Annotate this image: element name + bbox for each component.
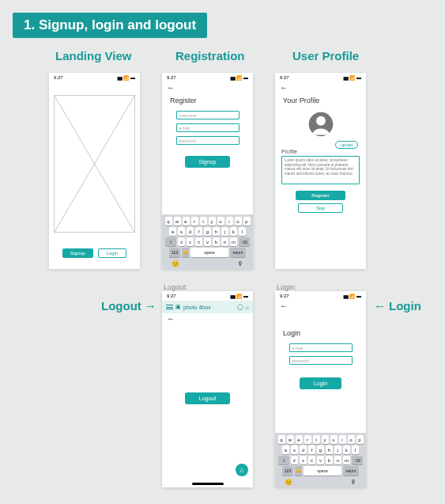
key-z[interactable]: z xyxy=(178,237,185,246)
key-z[interactable]: z xyxy=(291,456,298,464)
key-v[interactable]: v xyxy=(317,456,324,464)
key-k[interactable]: k xyxy=(343,445,350,454)
mic-icon[interactable]: 🎙 xyxy=(237,260,243,267)
signup-submit-button[interactable]: Signup xyxy=(185,156,231,168)
key-t[interactable]: t xyxy=(200,217,207,225)
key-i[interactable]: i xyxy=(226,217,233,225)
login-submit-button[interactable]: Login xyxy=(300,377,341,389)
key-emoji[interactable]: 😊 xyxy=(295,466,302,476)
key-c[interactable]: c xyxy=(308,456,315,464)
login-email-field[interactable]: e-mail xyxy=(289,343,353,352)
emoji-icon[interactable]: 😊 xyxy=(285,479,292,486)
back-arrow-icon[interactable]: ← xyxy=(275,301,366,310)
key-r[interactable]: r xyxy=(191,217,198,225)
key-x[interactable]: x xyxy=(300,456,307,464)
key-d[interactable]: d xyxy=(300,445,307,454)
status-time: 9:27 xyxy=(54,75,63,80)
key-l[interactable]: l xyxy=(352,445,359,454)
username-field[interactable]: username xyxy=(176,111,239,119)
key-t[interactable]: t xyxy=(313,435,320,444)
back-arrow-icon[interactable]: ← xyxy=(162,82,253,92)
key-n[interactable]: n xyxy=(334,456,341,464)
key-o[interactable]: o xyxy=(348,435,355,444)
key-o[interactable]: o xyxy=(235,217,242,225)
key-e[interactable]: e xyxy=(183,217,190,225)
key-g[interactable]: g xyxy=(317,445,324,454)
key-j[interactable]: j xyxy=(221,227,228,236)
login-label-text: Login xyxy=(389,299,421,313)
key-w[interactable]: w xyxy=(287,435,294,444)
key-c[interactable]: c xyxy=(195,237,202,246)
key-u[interactable]: u xyxy=(330,435,338,444)
search-icon[interactable]: ⌕ xyxy=(246,305,249,310)
key-h[interactable]: h xyxy=(213,227,220,236)
emoji-icon[interactable]: 😊 xyxy=(172,260,179,267)
key-p[interactable]: p xyxy=(243,217,251,225)
login-password-field[interactable]: password xyxy=(289,356,353,365)
key-y[interactable]: y xyxy=(322,435,329,444)
back-arrow-icon[interactable]: ← xyxy=(275,82,366,92)
key-a[interactable]: a xyxy=(282,445,289,454)
status-bar: 9:27 ▮▮▮ 📶 ▬ xyxy=(49,73,140,82)
soft-keyboard[interactable]: qwertyuiop asdfghjkl ⇧zxcvbnm⌫ 123 😊 spa… xyxy=(162,214,253,269)
key-n[interactable]: n xyxy=(221,237,228,246)
key-a[interactable]: a xyxy=(169,227,176,236)
key-i[interactable]: i xyxy=(339,435,346,444)
key-v[interactable]: v xyxy=(204,237,211,246)
key-return[interactable]: return xyxy=(230,248,246,257)
key-g[interactable]: g xyxy=(204,227,211,236)
key-return[interactable]: return xyxy=(343,466,359,476)
signup-button[interactable]: Signup xyxy=(62,248,93,258)
key-y[interactable]: y xyxy=(209,217,216,225)
key-q[interactable]: q xyxy=(165,217,172,225)
key-u[interactable]: u xyxy=(217,217,224,225)
email-field[interactable]: e-mail xyxy=(176,123,239,132)
hamburger-icon[interactable] xyxy=(166,304,173,311)
login-button[interactable]: Login xyxy=(98,248,127,258)
battery-icon: ▬ xyxy=(130,75,135,80)
key-space[interactable]: space xyxy=(304,466,341,476)
key-d[interactable]: d xyxy=(187,227,194,236)
home-fab[interactable]: ⌂ xyxy=(236,464,248,476)
key-s[interactable]: s xyxy=(291,445,298,454)
key-x[interactable]: x xyxy=(187,237,194,246)
logout-button[interactable]: Logout xyxy=(185,392,230,404)
register-button[interactable]: Register xyxy=(296,191,345,200)
key-123[interactable]: 123 xyxy=(169,248,180,257)
signal-icon: ▮▮▮ xyxy=(230,294,235,299)
skip-button[interactable]: Skip xyxy=(298,203,344,213)
key-e[interactable]: e xyxy=(296,435,303,444)
back-arrow-icon[interactable]: ← xyxy=(162,313,253,323)
key-p[interactable]: p xyxy=(356,435,364,444)
key-s[interactable]: s xyxy=(178,227,185,236)
key-f[interactable]: f xyxy=(308,445,315,454)
key-123[interactable]: 123 xyxy=(282,466,293,476)
key-shift[interactable]: ⇧ xyxy=(278,456,289,464)
key-backspace[interactable]: ⌫ xyxy=(239,237,250,246)
key-shift[interactable]: ⇧ xyxy=(165,237,176,246)
avatar-icon[interactable]: ◯ xyxy=(237,304,243,310)
mic-icon[interactable]: 🎙 xyxy=(350,479,356,486)
wifi-icon: 📶 xyxy=(349,75,355,81)
profile-textarea[interactable]: Lorem ipsum dolor sit amet, consectetur … xyxy=(281,156,360,184)
key-h[interactable]: h xyxy=(326,445,333,454)
key-r[interactable]: r xyxy=(304,435,311,444)
key-q[interactable]: q xyxy=(278,435,285,444)
key-emoji[interactable]: 😊 xyxy=(182,248,189,257)
key-j[interactable]: j xyxy=(334,445,341,454)
key-f[interactable]: f xyxy=(195,227,202,236)
key-m[interactable]: m xyxy=(343,456,350,464)
password-field[interactable]: password xyxy=(176,136,239,145)
key-b[interactable]: b xyxy=(213,237,220,246)
key-space[interactable]: space xyxy=(190,248,228,257)
wifi-icon: 📶 xyxy=(349,294,355,299)
key-backspace[interactable]: ⌫ xyxy=(352,456,363,464)
key-k[interactable]: k xyxy=(230,227,237,236)
key-b[interactable]: b xyxy=(326,456,333,464)
key-m[interactable]: m xyxy=(230,237,237,246)
upload-button[interactable]: upload xyxy=(335,141,358,149)
soft-keyboard[interactable]: qwertyuiop asdfghjkl ⇧zxcvbnm⌫ 123 😊 spa… xyxy=(275,433,366,487)
key-w[interactable]: w xyxy=(174,217,181,225)
status-time: 9:27 xyxy=(167,294,176,298)
key-l[interactable]: l xyxy=(239,227,246,236)
